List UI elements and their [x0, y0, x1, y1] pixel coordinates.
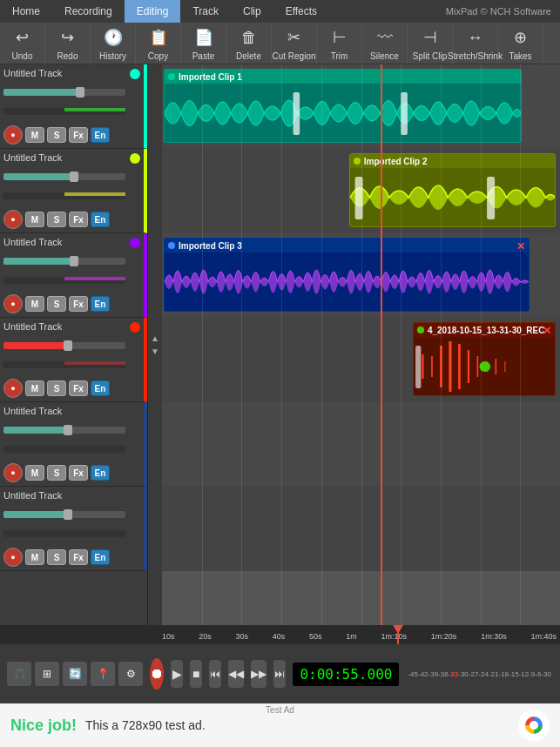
metronome-icon[interactable]: 🎵 — [7, 662, 31, 686]
track-2-volume-slider[interactable] — [3, 173, 125, 180]
split-clip-button[interactable]: ⊣ Split Clip — [408, 23, 453, 64]
track-1-en-btn[interactable]: En — [91, 127, 110, 143]
track-4-volume-slider[interactable] — [3, 342, 125, 349]
nav-track[interactable]: Track — [180, 0, 231, 23]
nav-clip[interactable]: Clip — [231, 0, 273, 23]
clip-track-1[interactable]: Imported Clip 1 // Will be replaced by i… — [162, 64, 560, 149]
redo-button[interactable]: ↪ Redo — [45, 23, 91, 64]
clip-1-label: Imported Clip 1 — [179, 72, 242, 82]
svg-point-28 — [479, 361, 490, 372]
scroll-up-arrow[interactable]: ▲ — [151, 333, 159, 343]
track-6-pan-slider[interactable] — [3, 530, 125, 537]
track-6-s-btn[interactable]: S — [47, 549, 66, 565]
clip-4[interactable]: 4_2018-10-15_13-31-30_REC ✕ — [413, 322, 557, 396]
track-5-s-btn[interactable]: S — [47, 465, 66, 481]
track-4-mute-btn[interactable]: ● — [3, 379, 23, 398]
scroll-down-arrow[interactable]: ▼ — [151, 347, 159, 356]
track-5-volume-slider[interactable] — [3, 427, 125, 434]
track-5-name: Untitled Track — [3, 406, 62, 416]
settings-icon[interactable]: ⚙ — [118, 662, 143, 686]
ruler-20s: 20s — [199, 632, 212, 641]
paste-button[interactable]: 📄 Paste — [181, 23, 226, 64]
rewind-button[interactable]: ◀◀ — [228, 660, 244, 688]
track-1-m-btn[interactable]: M — [25, 127, 44, 143]
track-1-s-btn[interactable]: S — [47, 127, 66, 143]
timeline-area[interactable]: ▲ ▼ Imported Clip 1 — [148, 64, 560, 625]
track-6-fx-btn[interactable]: Fx — [69, 549, 88, 565]
skip-forward-button[interactable]: ⏭ — [273, 660, 286, 688]
track-5-mute-btn[interactable]: ● — [3, 463, 23, 482]
track-6-volume-slider[interactable] — [3, 511, 125, 518]
stretch-shrink-button[interactable]: ↔ Stretch/Shrink — [453, 23, 498, 64]
track-2-pan-slider[interactable] — [3, 192, 125, 199]
clip-track-5[interactable] — [162, 402, 560, 487]
nav-effects[interactable]: Effects — [273, 0, 329, 23]
track-item-4: Untitled Track ● M S Fx En — [0, 318, 147, 402]
track-6-mute-btn[interactable]: ● — [3, 548, 23, 567]
ad-main-text: This a 728x90 test ad. — [85, 718, 509, 732]
clip-track-2[interactable]: Imported Clip 2 — [162, 149, 560, 233]
ruler-50s: 50s — [309, 632, 322, 641]
track-3-volume-slider[interactable] — [3, 258, 125, 265]
track-5-fx-btn[interactable]: Fx — [69, 465, 88, 481]
skip-back-button[interactable]: ⏮ — [209, 660, 221, 688]
cut-region-button[interactable]: ✂ Cut Region — [272, 23, 317, 64]
clip-track-6[interactable] — [162, 487, 560, 571]
clip-track-3[interactable]: Imported Clip 3 ✕ — [162, 233, 560, 318]
svg-rect-29 — [415, 346, 421, 388]
delete-button[interactable]: 🗑 Delete — [226, 23, 272, 64]
fast-forward-button[interactable]: ▶▶ — [251, 660, 267, 688]
nav-recording[interactable]: Recording — [52, 0, 125, 23]
nav-home[interactable]: Home — [0, 0, 52, 23]
clip-3-close[interactable]: ✕ — [516, 240, 525, 252]
track-2-s-btn[interactable]: S — [47, 212, 66, 227]
track-3-en-btn[interactable]: En — [91, 296, 110, 312]
takes-button[interactable]: ⊕ Takes — [498, 23, 543, 64]
loop-icon[interactable]: 🔄 — [63, 662, 87, 686]
track-4-fx-btn[interactable]: Fx — [69, 380, 88, 396]
track-6-m-btn[interactable]: M — [25, 549, 44, 565]
history-button[interactable]: 🕐 History — [91, 23, 136, 64]
clip-4-label: 4_2018-10-15_13-31-30_REC — [428, 326, 545, 335]
clip-3[interactable]: Imported Clip 3 ✕ — [164, 238, 530, 312]
time-ruler[interactable]: 10s 20s 30s 40s 50s 1m 1m:10s 1m:20s 1m:… — [0, 625, 560, 644]
track-4-pan-slider[interactable] — [3, 361, 125, 368]
toolbar: ↩ Undo ↪ Redo 🕐 History 📋 Copy 📄 Paste 🗑… — [0, 23, 560, 64]
track-2-en-btn[interactable]: En — [91, 212, 110, 227]
track-5-pan-slider[interactable] — [3, 446, 125, 453]
play-button[interactable]: ▶ — [171, 660, 183, 688]
track-4-s-btn[interactable]: S — [47, 380, 66, 396]
track-1-fx-btn[interactable]: Fx — [69, 127, 88, 143]
trim-button[interactable]: ⊢ Trim — [317, 23, 362, 64]
track-3-s-btn[interactable]: S — [47, 296, 66, 312]
track-6-name: Untitled Track — [3, 490, 62, 501]
clip-4-close[interactable]: ✕ — [543, 325, 551, 337]
marker-icon[interactable]: 📍 — [91, 662, 115, 686]
track-3-m-btn[interactable]: M — [25, 296, 44, 312]
track-1-volume-slider[interactable] — [3, 89, 125, 96]
track-5-en-btn[interactable]: En — [91, 465, 110, 481]
track-1-mute-btn[interactable]: ● — [3, 125, 23, 145]
track-4-m-btn[interactable]: M — [25, 380, 44, 396]
silence-button[interactable]: 〰 Silence — [362, 23, 408, 64]
track-6-en-btn[interactable]: En — [91, 549, 110, 565]
clip-1[interactable]: Imported Clip 1 // Will be replaced by i… — [164, 69, 522, 143]
track-4-en-btn[interactable]: En — [91, 380, 110, 396]
track-3-fx-btn[interactable]: Fx — [69, 296, 88, 312]
undo-button[interactable]: ↩ Undo — [0, 23, 45, 64]
track-2-m-btn[interactable]: M — [25, 212, 44, 227]
track-5-m-btn[interactable]: M — [25, 465, 44, 481]
track-item-5: Untitled Track ● M S Fx En — [0, 402, 147, 487]
stop-button[interactable]: ■ — [190, 660, 202, 688]
track-3-pan-slider[interactable] — [3, 277, 125, 284]
nav-editing[interactable]: Editing — [125, 0, 181, 23]
playhead[interactable] — [381, 64, 382, 625]
track-2-mute-btn[interactable]: ● — [3, 210, 23, 229]
record-button[interactable]: ⏺ — [150, 658, 164, 690]
copy-button[interactable]: 📋 Copy — [136, 23, 181, 64]
track-1-pan-slider[interactable] — [3, 108, 125, 115]
track-3-mute-btn[interactable]: ● — [3, 294, 23, 313]
clip-track-4[interactable]: 4_2018-10-15_13-31-30_REC ✕ — [162, 318, 560, 402]
track-2-fx-btn[interactable]: Fx — [69, 212, 88, 227]
grid-icon[interactable]: ⊞ — [35, 662, 59, 686]
